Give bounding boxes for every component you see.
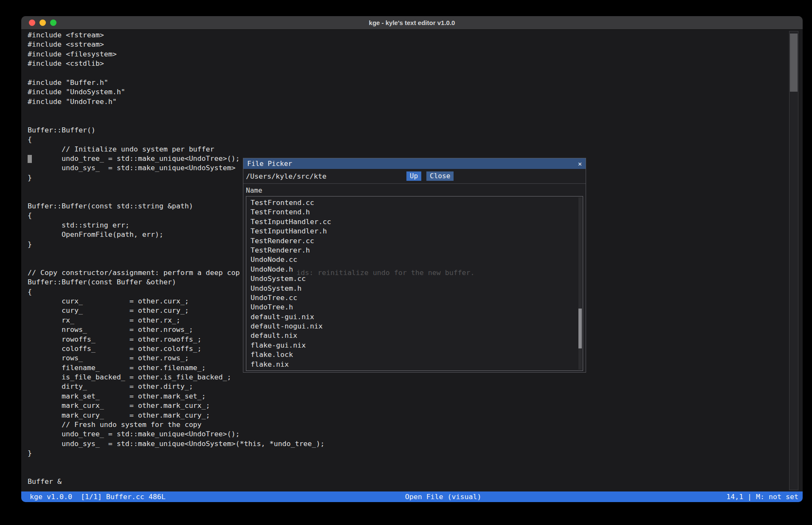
code-line[interactable]: // Initialize undo system per buffer xyxy=(28,145,324,154)
code-line[interactable]: #include "UndoSystem.h" xyxy=(28,87,324,97)
code-line[interactable]: undo_tree_ = std::make_unique<UndoTree>(… xyxy=(28,430,324,439)
close-window-button[interactable] xyxy=(29,20,35,26)
close-icon[interactable]: ✕ xyxy=(578,160,582,168)
text-cursor xyxy=(28,155,32,163)
status-right: 14,1 | M: not set xyxy=(726,491,798,502)
code-line[interactable]: #include <filesystem> xyxy=(28,50,324,59)
code-line[interactable]: } xyxy=(28,449,324,458)
traffic-lights xyxy=(29,16,56,29)
status-left: kge v1.0.0 [1/1] Buffer.cc 486L xyxy=(30,491,166,502)
code-line[interactable] xyxy=(28,458,324,468)
file-list-scrollbar-thumb[interactable] xyxy=(578,309,582,348)
file-item[interactable]: flake.lock xyxy=(246,350,583,359)
code-line[interactable]: #include "Buffer.h" xyxy=(28,78,324,87)
file-item[interactable]: TestFrontend.h xyxy=(246,208,583,217)
file-item[interactable]: default-nogui.nix xyxy=(246,322,583,331)
status-bar: kge v1.0.0 [1/1] Buffer.cc 486L Open Fil… xyxy=(21,491,803,502)
file-picker-dialog: File Picker ✕ /Users/kyle/src/kte Up Clo… xyxy=(243,158,586,373)
file-item[interactable]: UndoNode.cc xyxy=(246,255,583,264)
ghost-text: ids: reinitialize undo for the new buffe… xyxy=(296,268,475,278)
editor-scrollbar-thumb[interactable] xyxy=(790,34,798,92)
file-item[interactable]: default-gui.nix xyxy=(246,312,583,322)
path-row: /Users/kyle/src/kte Up Close xyxy=(243,169,586,182)
code-line[interactable]: undo_sys_ = std::make_unique<UndoSystem>… xyxy=(28,439,324,449)
code-line[interactable]: mark_curx_ = other.mark_curx_; xyxy=(28,401,324,410)
file-item[interactable]: UndoTree.h xyxy=(246,303,583,312)
code-line[interactable] xyxy=(28,69,324,78)
file-item[interactable]: TestInputHandler.h xyxy=(246,227,583,236)
code-line[interactable]: { xyxy=(28,135,324,144)
minimize-window-button[interactable] xyxy=(39,20,46,26)
up-button[interactable]: Up xyxy=(406,171,421,181)
file-item[interactable]: flake-gui.nix xyxy=(246,341,583,350)
code-line[interactable]: #include <fstream> xyxy=(28,31,324,40)
code-line[interactable]: #include <sstream> xyxy=(28,40,324,49)
file-list-scrollbar[interactable] xyxy=(578,197,582,370)
code-line[interactable]: mark_set_ = other.mark_set_; xyxy=(28,392,324,401)
file-item[interactable]: TestRenderer.cc xyxy=(246,236,583,246)
file-list[interactable]: ids: reinitialize undo for the new buffe… xyxy=(246,196,583,371)
file-item[interactable]: TestRenderer.h xyxy=(246,246,583,255)
code-line[interactable] xyxy=(28,107,324,116)
code-line[interactable]: #include "UndoTree.h" xyxy=(28,97,324,107)
editor-scrollbar[interactable] xyxy=(789,31,798,490)
code-line[interactable]: #include <cstdlib> xyxy=(28,59,324,68)
window-titlebar[interactable]: kge - kyle's text editor v1.0.0 xyxy=(21,16,803,30)
code-line[interactable]: is_file_backed_ = other.is_file_backed_; xyxy=(28,373,324,382)
file-item[interactable]: TestInputHandler.cc xyxy=(246,217,583,227)
code-line[interactable]: mark_cury_ = other.mark_cury_; xyxy=(28,411,324,420)
code-line[interactable]: Buffer & xyxy=(28,477,324,486)
path-display[interactable]: /Users/kyle/src/kte xyxy=(246,172,327,180)
file-item[interactable]: UndoSystem.h xyxy=(246,284,583,293)
code-line[interactable] xyxy=(28,116,324,126)
code-line[interactable]: dirty_ = other.dirty_; xyxy=(28,382,324,391)
code-line[interactable]: Buffer::Buffer() xyxy=(28,126,324,135)
file-item[interactable]: TestFrontend.cc xyxy=(246,198,583,208)
close-button[interactable]: Close xyxy=(426,171,454,181)
name-column-header: Name xyxy=(243,184,586,196)
status-center: Open File (visual) xyxy=(405,491,482,502)
file-item[interactable]: UndoTree.cc xyxy=(246,293,583,303)
code-line[interactable]: // Fresh undo system for the copy xyxy=(28,420,324,430)
file-item[interactable]: flake.nix xyxy=(246,360,583,369)
zoom-window-button[interactable] xyxy=(50,20,56,26)
window-title: kge - kyle's text editor v1.0.0 xyxy=(21,19,803,26)
file-item[interactable]: default.nix xyxy=(246,331,583,340)
code-line[interactable] xyxy=(28,468,324,477)
file-picker-title: File Picker xyxy=(247,160,292,168)
file-picker-titlebar[interactable]: File Picker ✕ xyxy=(243,158,586,169)
editor-window: kge - kyle's text editor v1.0.0 #include… xyxy=(21,16,803,502)
